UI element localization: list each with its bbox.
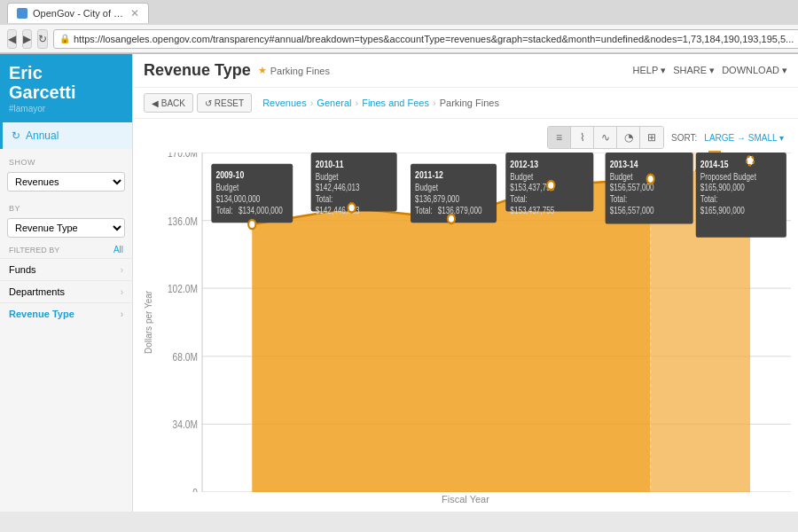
svg-text:Budget: Budget (610, 172, 633, 182)
browser-chrome: OpenGov - City of Los An... ✕ ◀ ▶ ↻ 🔒 ht… (0, 0, 798, 54)
svg-text:Total:: Total: (215, 206, 233, 215)
app-container: EricGarcetti #lamayor ↻ Annual SHOW Reve… (0, 54, 798, 512)
chart-line-btn[interactable]: ⌇ (571, 127, 594, 148)
svg-text:2012-13: 2012-13 (510, 159, 538, 169)
svg-text:$134,000,000: $134,000,000 (239, 206, 283, 215)
filter-all-link[interactable]: All (113, 245, 123, 254)
lock-icon: 🔒 (59, 34, 70, 43)
tab-favicon (17, 8, 27, 19)
svg-text:$136,879,000: $136,879,000 (415, 194, 459, 204)
chart-table-btn[interactable]: ⊞ (640, 127, 663, 148)
breadcrumb-sep-2: › (356, 98, 359, 108)
chart-area-btn[interactable]: ∿ (594, 127, 617, 148)
tab-bar: OpenGov - City of Los An... ✕ (0, 0, 798, 25)
breadcrumb-nav: ◀ BACK ↺ RESET (144, 93, 252, 113)
forward-btn[interactable]: ▶ (22, 29, 32, 49)
departments-chevron: › (121, 287, 123, 297)
svg-text:68.0M: 68.0M (173, 351, 198, 363)
svg-text:$165,900,000: $165,900,000 (700, 206, 745, 215)
chart-type-buttons: ≡ ⌇ ∿ ◔ ⊞ (547, 126, 664, 149)
svg-text:Budget: Budget (415, 184, 438, 193)
reset-nav-btn[interactable]: ↺ RESET (197, 93, 252, 113)
mayor-handle: #lamayor (9, 104, 123, 113)
svg-text:2009-10: 2009-10 (215, 169, 244, 180)
svg-text:2010-11: 2010-11 (316, 159, 344, 169)
browser-tab[interactable]: OpenGov - City of Los An... ✕ (7, 3, 149, 23)
svg-text:$136,879,000: $136,879,000 (438, 206, 482, 215)
back-nav-btn[interactable]: ◀ BACK (144, 93, 193, 113)
filter-badge: ★ Parking Fines (258, 65, 330, 76)
chart-area: ≡ ⌇ ∿ ◔ ⊞ SORT: LARGE → SMALL ▾ Parking … (133, 119, 798, 512)
annual-icon: ↻ (12, 129, 20, 142)
sort-dropdown[interactable]: LARGE → SMALL ▾ (704, 133, 784, 143)
filter-header: FILTERED BY All (0, 241, 132, 258)
download-btn[interactable]: DOWNLOAD ▾ (722, 65, 787, 76)
svg-text:2014-15: 2014-15 (700, 159, 729, 169)
header-actions: HELP ▾ SHARE ▾ DOWNLOAD ▾ (633, 65, 787, 76)
content-title: Revenue Type ★ Parking Fines (144, 61, 330, 80)
breadcrumb-revenues[interactable]: Revenues (262, 98, 307, 108)
filter-star-icon: ★ (258, 65, 267, 76)
svg-text:$156,557,000: $156,557,000 (610, 206, 654, 215)
chart-pie-btn[interactable]: ◔ (617, 127, 640, 148)
breadcrumb-general[interactable]: General (317, 98, 351, 108)
funds-chevron: › (121, 265, 123, 275)
svg-text:Total:: Total: (610, 194, 628, 204)
sidebar-filter-revenue-type[interactable]: Revenue Type › (0, 302, 132, 325)
filter-name: Parking Fines (270, 66, 330, 76)
sidebar-annual-label: Annual (26, 129, 59, 142)
svg-point-77 (647, 175, 654, 184)
svg-text:Total:: Total: (415, 206, 433, 215)
svg-text:$153,437,755: $153,437,755 (510, 206, 554, 215)
svg-marker-13 (252, 179, 650, 492)
sidebar-annual-item[interactable]: ↻ Annual (0, 122, 132, 149)
svg-text:Total:: Total: (316, 194, 333, 204)
breadcrumb-fines[interactable]: Fines and Fees (362, 98, 429, 108)
url-text: https://losangeles.opengov.com/transpare… (74, 34, 794, 44)
svg-text:Total:: Total: (510, 194, 528, 204)
svg-text:$156,557,000: $156,557,000 (610, 184, 654, 193)
svg-point-74 (348, 203, 356, 212)
svg-text:Proposed Budget: Proposed Budget (700, 172, 756, 182)
tab-label: OpenGov - City of Los An... (33, 8, 125, 19)
svg-point-75 (448, 215, 455, 223)
svg-text:$142,446,013: $142,446,013 (316, 184, 360, 193)
revenue-type-chevron: › (121, 309, 123, 319)
back-btn[interactable]: ◀ (7, 29, 17, 49)
svg-text:34.0M: 34.0M (173, 419, 198, 430)
show-section-label: SHOW (0, 153, 132, 168)
svg-text:Budget: Budget (316, 172, 339, 182)
chart-plot: 170.0M 136.0M 102.0M 68.0M 34.0M 0 (157, 153, 791, 492)
svg-point-73 (248, 220, 255, 229)
svg-text:Budget: Budget (510, 172, 533, 182)
breadcrumb-sep-1: › (310, 98, 314, 108)
svg-text:2011-12: 2011-12 (415, 169, 443, 180)
nav-bar: ◀ ▶ ↻ 🔒 https://losangeles.opengov.com/t… (0, 25, 798, 53)
chart-inner: Dollars per Year 170.0M 136.0M (140, 153, 791, 492)
svg-text:102.0M: 102.0M (168, 283, 198, 294)
url-bar[interactable]: 🔒 https://losangeles.opengov.com/transpa… (53, 29, 798, 49)
content-header: Revenue Type ★ Parking Fines HELP ▾ SHAR… (133, 54, 798, 88)
refresh-btn[interactable]: ↻ (37, 29, 48, 49)
page-title: Revenue Type (144, 61, 251, 80)
show-select[interactable]: Revenues (7, 172, 125, 192)
mayor-name: EricGarcetti (9, 63, 123, 102)
help-btn[interactable]: HELP ▾ (633, 65, 667, 76)
chart-stacked-btn[interactable]: ≡ (548, 127, 571, 148)
sort-label: SORT: (671, 133, 697, 143)
svg-point-78 (747, 156, 754, 165)
share-btn[interactable]: SHARE ▾ (673, 65, 715, 76)
svg-text:$165,900,000: $165,900,000 (700, 184, 745, 193)
svg-text:Total:: Total: (700, 194, 718, 204)
svg-text:136.0M: 136.0M (168, 215, 198, 227)
main-content: Revenue Type ★ Parking Fines HELP ▾ SHAR… (133, 54, 798, 512)
y-axis-label: Dollars per Year (140, 153, 157, 492)
svg-text:Budget: Budget (215, 184, 239, 193)
sidebar-filter-funds[interactable]: Funds › (0, 258, 132, 280)
by-section-label: BY (0, 199, 132, 215)
svg-text:$134,000,000: $134,000,000 (215, 194, 260, 204)
by-select[interactable]: Revenue Type (7, 218, 125, 238)
tab-close-btn[interactable]: ✕ (130, 7, 139, 20)
sidebar-filter-departments[interactable]: Departments › (0, 280, 132, 302)
filtered-by-label: FILTERED BY (9, 246, 59, 254)
